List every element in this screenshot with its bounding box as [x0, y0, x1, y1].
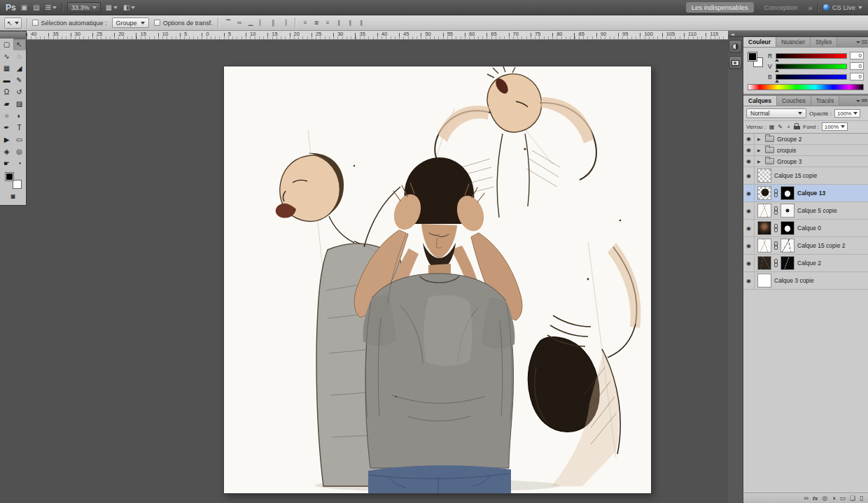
workspace-les-indispensables[interactable]: Les indispensables [686, 2, 754, 13]
dodge-tool[interactable]: ◐ [13, 110, 26, 122]
rectangular-marquee-tool[interactable]: ▢ [1, 38, 13, 50]
layer-row[interactable]: ◉Calque 13 [743, 185, 868, 202]
eyedropper-tool[interactable]: ◢ [13, 62, 26, 74]
layer-row-body[interactable]: Calque 13 [755, 185, 868, 201]
path-selection-tool[interactable]: ▶ [1, 134, 13, 146]
pen-tool[interactable]: ✒ [1, 122, 13, 134]
view-extras-icon[interactable]: ⊞ [46, 3, 57, 11]
blend-mode-dropdown[interactable]: Normal [746, 108, 806, 118]
arrange-documents-icon[interactable]: ▦ [106, 3, 118, 11]
align-bottom-edges-icon[interactable]: ▁ [246, 17, 256, 28]
foreground-color-swatch[interactable] [5, 172, 14, 181]
layer-row-body[interactable]: Calque 0 [755, 220, 868, 236]
layer-row-body[interactable]: Calque 3 copie [755, 272, 868, 289]
layer-visibility-toggle[interactable]: ◉ [743, 202, 755, 219]
layer-row[interactable]: ◉Calque 2 [743, 255, 868, 272]
auto-select-checkbox[interactable]: Sélection automatique : [32, 20, 107, 27]
align-vertical-centers-icon[interactable]: ═ [234, 17, 245, 28]
green-slider[interactable] [776, 64, 847, 69]
tab-traces[interactable]: Tracés [811, 96, 840, 106]
red-value-field[interactable]: 0 [850, 52, 864, 59]
lasso-tool[interactable]: ∿ [1, 50, 13, 62]
canvas[interactable] [27, 40, 728, 503]
layer-mask-thumbnail[interactable] [780, 239, 794, 253]
delete-layer-icon[interactable]: ▯ [860, 495, 863, 502]
layer-thumbnail[interactable] [757, 204, 771, 218]
auto-select-group-dropdown[interactable]: Groupe [112, 17, 149, 28]
layer-thumbnail[interactable] [757, 186, 771, 200]
workspace-conception[interactable]: Conception [759, 2, 804, 13]
layer-mask-thumbnail[interactable] [780, 221, 794, 235]
layer-visibility-toggle[interactable]: ◉ [743, 185, 755, 201]
distribute-horizontal-centers-icon[interactable]: ∥ [345, 17, 356, 28]
layer-row-body[interactable]: ▶Groupe 2 [755, 134, 868, 144]
document-canvas[interactable] [224, 66, 651, 493]
launch-bridge-icon[interactable]: ▣ [21, 3, 27, 11]
layer-thumbnail[interactable] [757, 169, 771, 183]
3d-rotate-tool[interactable]: ◈ [1, 146, 13, 157]
opacity-value-dropdown[interactable]: 100% [834, 109, 860, 118]
lock-pixels-icon[interactable]: ✎ [777, 124, 783, 130]
layer-mask-thumbnail[interactable] [780, 204, 794, 218]
tab-couches[interactable]: Couches [777, 96, 811, 106]
clone-stamp-tool[interactable]: Ω [1, 86, 13, 98]
distribute-left-edges-icon[interactable]: ∥ [334, 17, 344, 28]
layer-row-body[interactable]: ▶Groupe 3 [755, 156, 868, 167]
distribute-vertical-centers-icon[interactable]: ≣ [312, 17, 322, 28]
new-adjustment-layer-icon[interactable]: ◑ [832, 495, 835, 502]
hand-tool[interactable]: ☛ [1, 157, 13, 169]
layer-thumbnail[interactable] [757, 256, 771, 270]
add-layer-mask-icon[interactable]: ◎ [822, 495, 827, 502]
blue-slider[interactable] [776, 74, 847, 80]
blur-tool[interactable]: ○ [1, 110, 13, 122]
color-spectrum-ramp[interactable] [748, 84, 864, 90]
layer-row[interactable]: ◉Calque 15 copie [743, 167, 868, 185]
layer-row-body[interactable]: Calque 15 copie [755, 167, 868, 184]
gradient-tool[interactable]: ▨ [13, 98, 26, 110]
layer-visibility-toggle[interactable]: ◉ [743, 156, 755, 167]
layer-row-body[interactable]: Calque 2 [755, 255, 868, 271]
layer-visibility-toggle[interactable]: ◉ [743, 237, 755, 254]
group-expander-icon[interactable]: ▶ [757, 148, 762, 153]
cs-live-button[interactable]: CS Live [823, 3, 862, 11]
type-tool[interactable]: T [13, 122, 26, 134]
layer-thumbnail[interactable] [757, 239, 771, 253]
layer-thumbnail[interactable] [757, 221, 771, 235]
tab-styles[interactable]: Styles [811, 37, 837, 47]
layer-row[interactable]: ◉▶Groupe 3 [743, 156, 868, 167]
green-value-field[interactable]: 0 [850, 62, 864, 70]
distribute-bottom-edges-icon[interactable]: ≡ [323, 17, 333, 28]
tab-nuancier[interactable]: Nuancier [776, 37, 811, 47]
zoom-level-control[interactable]: 33.3% [67, 2, 101, 13]
dock-collapse-bar[interactable]: ◂◂ [728, 31, 868, 37]
layer-row[interactable]: ◉▶croquis [743, 145, 868, 156]
lock-all-icon[interactable] [794, 126, 800, 129]
slider-marker-icon[interactable] [775, 80, 779, 83]
layer-visibility-toggle[interactable]: ◉ [743, 272, 755, 289]
tab-couleur[interactable]: Couleur [743, 37, 776, 47]
layer-visibility-toggle[interactable]: ◉ [743, 255, 755, 271]
group-expander-icon[interactable]: ▶ [757, 159, 762, 164]
fill-value-dropdown[interactable]: 100% [822, 122, 848, 131]
lock-transparency-icon[interactable]: ▦ [769, 124, 775, 130]
show-transform-checkbox[interactable]: Options de transf. [154, 20, 213, 27]
layer-mask-thumbnail[interactable] [780, 256, 794, 270]
masks-panel-button[interactable] [729, 56, 742, 69]
layer-visibility-toggle[interactable]: ◉ [743, 220, 755, 236]
panel-menu-icon[interactable] [855, 96, 868, 106]
crop-tool[interactable]: ▦ [1, 62, 13, 74]
align-left-edges-icon[interactable]: ▏ [257, 17, 267, 28]
red-slider[interactable] [776, 53, 847, 59]
lock-position-icon[interactable]: + [785, 124, 792, 130]
layer-row[interactable]: ◉Calque 5 copie [743, 202, 868, 220]
slider-marker-icon[interactable] [775, 59, 779, 62]
tab-calques[interactable]: Calques [743, 96, 777, 106]
tools-panel-header[interactable] [0, 31, 26, 38]
launch-mini-bridge-icon[interactable]: ▤ [33, 3, 39, 11]
layer-thumbnail[interactable] [757, 274, 771, 288]
healing-brush-tool[interactable]: ▬ [1, 74, 13, 86]
color-panel-swatches[interactable] [748, 52, 763, 67]
new-layer-icon[interactable]: ❏ [850, 495, 855, 502]
layer-row[interactable]: ◉Calque 15 copie 2 [743, 237, 868, 255]
panel-menu-icon[interactable] [855, 37, 868, 47]
